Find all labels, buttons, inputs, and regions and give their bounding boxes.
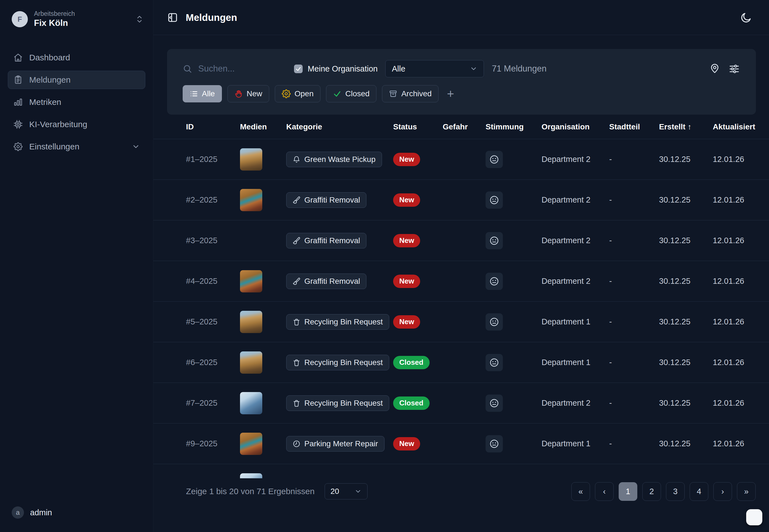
- filter-chip-label: Archived: [401, 89, 432, 98]
- page-size-select[interactable]: 20: [324, 483, 367, 499]
- mood-button[interactable]: [486, 313, 503, 331]
- sidebar: F Arbeitsbereich Fix Köln DashboardMeldu…: [0, 0, 153, 532]
- table-row[interactable]: #5–2025Recycling Bin RequestNewDepartmen…: [153, 301, 769, 342]
- mood-button[interactable]: [486, 273, 503, 290]
- organisation-filter-select[interactable]: Alle: [386, 60, 484, 77]
- category-badge[interactable]: Graffiti Removal: [286, 233, 366, 248]
- filter-chip-label: Closed: [345, 89, 369, 98]
- sidebar-item-meldungen[interactable]: Meldungen: [8, 71, 145, 89]
- sidebar-collapse-icon[interactable]: [167, 12, 178, 23]
- search-input[interactable]: [198, 64, 286, 74]
- category-badge[interactable]: Graffiti Removal: [286, 274, 366, 289]
- category-badge[interactable]: Parking Meter Repair: [286, 436, 384, 452]
- table-row[interactable]: #9–2025Parking Meter RepairNewDepartment…: [153, 423, 769, 464]
- moon-icon[interactable]: [740, 11, 752, 24]
- last-page-button[interactable]: »: [737, 482, 756, 501]
- media-thumbnail[interactable]: [240, 433, 262, 455]
- page-button-1[interactable]: 1: [619, 482, 637, 501]
- table-row[interactable]: #4–2025Graffiti RemovalNewDepartment 2-3…: [153, 261, 769, 301]
- list-icon: [190, 90, 198, 98]
- table-row[interactable]: #2–2025Graffiti RemovalNewDepartment 2-3…: [153, 179, 769, 220]
- stadtteil-cell: -: [609, 155, 659, 164]
- my-organisation-checkbox[interactable]: Meine Organisation: [294, 64, 377, 73]
- widget-button[interactable]: [746, 509, 762, 525]
- cpu-icon: [13, 120, 23, 129]
- category-badge[interactable]: Green Waste Pickup: [286, 152, 382, 167]
- column-header-status[interactable]: Status: [393, 122, 443, 131]
- hand-icon: [234, 90, 243, 98]
- category-label: Parking Meter Repair: [304, 439, 378, 448]
- media-thumbnail[interactable]: [240, 189, 262, 211]
- media-thumbnail[interactable]: [240, 148, 262, 171]
- previous-page-button[interactable]: ‹: [595, 482, 614, 501]
- user-name: admin: [30, 508, 52, 517]
- column-header-medien[interactable]: Medien: [240, 122, 286, 131]
- column-header-erstellt[interactable]: Erstellt ↑: [659, 122, 713, 131]
- media-thumbnail[interactable]: [240, 473, 262, 478]
- category-badge[interactable]: Recycling Bin Request: [286, 355, 389, 370]
- column-header-kategorie[interactable]: Kategorie: [286, 122, 393, 131]
- filter-chip-closed[interactable]: Closed: [326, 85, 376, 102]
- organisation-cell: Department 1: [542, 317, 609, 326]
- neutral-face-icon: [489, 439, 500, 449]
- updated-cell: 12.01.26: [713, 439, 769, 448]
- mood-button[interactable]: [486, 191, 503, 209]
- next-page-button[interactable]: ›: [713, 482, 732, 501]
- table-row[interactable]: #6–2025Recycling Bin RequestClosedDepart…: [153, 342, 769, 383]
- column-header-gefahr[interactable]: Gefahr: [443, 122, 486, 131]
- first-page-button[interactable]: «: [571, 482, 590, 501]
- organisation-cell: Department 2: [542, 155, 609, 164]
- filter-chip-new[interactable]: New: [227, 85, 269, 102]
- sidebar-item-label: Dashboard: [29, 53, 70, 62]
- column-header-aktualisiert[interactable]: Aktualisiert: [713, 122, 769, 131]
- page-size-value: 20: [330, 487, 351, 496]
- mood-button[interactable]: [486, 232, 503, 249]
- chevron-down-icon: [354, 488, 362, 495]
- sidebar-item-metriken[interactable]: Metriken: [8, 93, 145, 111]
- sidebar-item-label: Meldungen: [29, 75, 70, 85]
- media-thumbnail[interactable]: [240, 351, 262, 374]
- media-thumbnail[interactable]: [240, 311, 262, 333]
- mood-button[interactable]: [486, 395, 503, 412]
- mood-button[interactable]: [486, 435, 503, 452]
- sliders-icon[interactable]: [729, 63, 740, 75]
- filter-chip-archived[interactable]: Archived: [382, 85, 439, 102]
- column-header-stimmung[interactable]: Stimmung: [486, 122, 542, 131]
- table-row[interactable]: #7–2025Recycling Bin RequestClosedDepart…: [153, 383, 769, 423]
- user-menu[interactable]: a admin: [8, 504, 145, 521]
- sidebar-item-label: KI-Verarbeitung: [29, 120, 87, 129]
- workspace-switcher[interactable]: F Arbeitsbereich Fix Köln: [8, 8, 145, 31]
- organisation-cell: Department 1: [542, 439, 609, 448]
- report-id: #9–2025: [186, 439, 240, 448]
- filter-chip-open[interactable]: Open: [275, 85, 321, 102]
- page-button-2[interactable]: 2: [642, 482, 661, 501]
- mood-button[interactable]: [486, 151, 503, 168]
- category-label: Graffiti Removal: [304, 236, 360, 245]
- chevron-down-icon: [470, 65, 478, 73]
- page-button-3[interactable]: 3: [666, 482, 685, 501]
- media-thumbnail[interactable]: [240, 392, 262, 414]
- trash-icon: [292, 399, 300, 407]
- category-badge[interactable]: Recycling Bin Request: [286, 395, 389, 411]
- category-label: Green Waste Pickup: [304, 155, 375, 164]
- page-button-4[interactable]: 4: [690, 482, 708, 501]
- column-header-stadtteil[interactable]: Stadtteil: [609, 122, 659, 131]
- column-header-organisation[interactable]: Organisation: [542, 122, 609, 131]
- map-pin-icon[interactable]: [709, 63, 721, 75]
- clock-icon: [292, 440, 300, 448]
- category-badge[interactable]: Recycling Bin Request: [286, 314, 389, 330]
- sidebar-item-ki-verarbeitung[interactable]: KI-Verarbeitung: [8, 115, 145, 134]
- neutral-face-icon: [489, 317, 500, 327]
- check-icon: [333, 90, 341, 98]
- table-row[interactable]: #3–2025Graffiti RemovalNewDepartment 2-3…: [153, 220, 769, 261]
- filter-chip-alle[interactable]: Alle: [183, 85, 222, 102]
- add-filter-button[interactable]: +: [447, 88, 454, 100]
- table-row[interactable]: #1–2025Green Waste PickupNewDepartment 2…: [153, 139, 769, 179]
- media-thumbnail[interactable]: [240, 270, 262, 292]
- mood-button[interactable]: [486, 354, 503, 371]
- column-header-id[interactable]: ID: [186, 122, 240, 131]
- media-thumbnail[interactable]: [240, 230, 262, 252]
- sidebar-item-einstellungen[interactable]: Einstellungen: [8, 137, 145, 156]
- category-badge[interactable]: Graffiti Removal: [286, 192, 366, 208]
- sidebar-item-dashboard[interactable]: Dashboard: [8, 48, 145, 67]
